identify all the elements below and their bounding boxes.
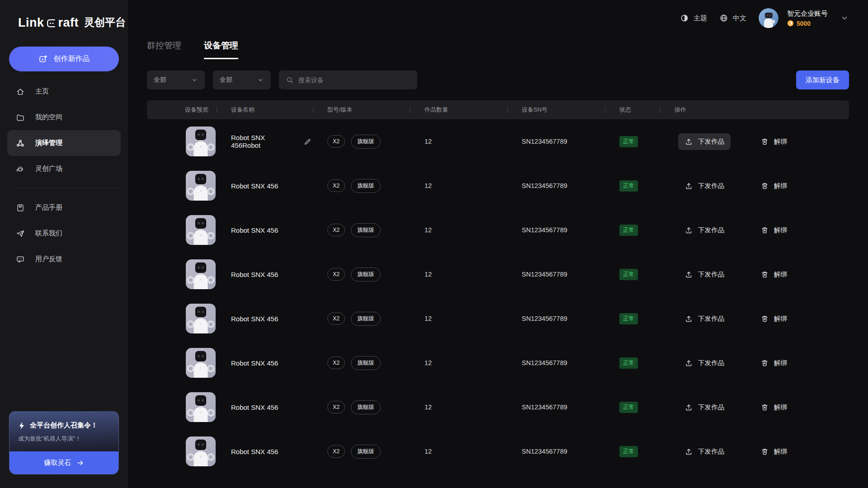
sidebar-divider (17, 188, 118, 188)
column-header: 状态 (605, 106, 660, 114)
works-count: 12 (425, 138, 432, 145)
planet-icon (16, 164, 25, 174)
earn-gems-button[interactable]: 赚取灵石 (9, 451, 118, 474)
works-count: 12 (425, 226, 432, 234)
device-sn: SN1234567789 (522, 271, 567, 278)
sidebar-item-performance-management[interactable]: 演绎管理 (7, 130, 121, 156)
account-chevron-icon[interactable] (840, 14, 849, 23)
works-count: 12 (425, 182, 432, 189)
create-new-work-label: 创作新作品 (54, 54, 90, 64)
account-info[interactable]: 智元企业账号 5000 (787, 9, 828, 27)
table-row: Robot SNX 456 X2 旗舰版 12 SN1234567789 正常 … (147, 164, 849, 208)
add-device-button[interactable]: 添加新设备 (796, 70, 849, 89)
sidebar-item-label: 主页 (35, 87, 49, 96)
trash-icon (760, 137, 769, 146)
tab-group-control-management[interactable]: 群控管理 (147, 40, 181, 59)
model-badge: X2 (327, 312, 345, 325)
device-sn: SN1234567789 (522, 359, 567, 366)
unbind-button[interactable]: 解绑 (754, 133, 793, 150)
status-badge: 正常 (619, 136, 638, 147)
unbind-button[interactable]: 解绑 (754, 355, 793, 371)
model-badge: X2 (327, 445, 345, 458)
deploy-work-label: 下发作品 (698, 270, 724, 279)
theme-icon (680, 14, 689, 23)
status-badge: 正常 (619, 402, 638, 413)
trash-icon (760, 359, 769, 367)
status-badge: 正常 (619, 225, 638, 236)
model-badge: X2 (327, 135, 345, 148)
version-badge: 旗舰版 (351, 135, 381, 149)
unbind-button[interactable]: 解绑 (754, 266, 793, 283)
version-badge: 旗舰版 (351, 312, 381, 326)
home-icon (16, 87, 25, 96)
device-sn: SN1234567789 (522, 226, 567, 234)
chevron-down-icon (191, 76, 198, 84)
sidebar-item-home[interactable]: 主页 (7, 79, 121, 104)
filters-row: 全部 全部 添加新设备 (147, 70, 849, 89)
tab-device-management[interactable]: 设备管理 (204, 40, 238, 59)
unbind-button[interactable]: 解绑 (754, 399, 793, 416)
account-name: 智元企业账号 (787, 9, 828, 18)
filter-select-model[interactable]: 全部 (147, 70, 205, 89)
upload-icon (684, 447, 693, 456)
filter-select-status-value: 全部 (220, 76, 232, 84)
unbind-button[interactable]: 解绑 (754, 310, 793, 327)
search-device-input[interactable] (298, 76, 410, 84)
version-badge: 旗舰版 (351, 356, 381, 370)
filter-select-status[interactable]: 全部 (213, 70, 271, 89)
sidebar-item-contact-us[interactable]: 联系我们 (7, 221, 121, 246)
table-row: Robot SNX 456 X2 旗舰版 12 SN1234567789 正常 … (147, 296, 849, 341)
unbind-label: 解绑 (774, 270, 787, 279)
device-thumbnail (186, 392, 216, 422)
deploy-work-button[interactable]: 下发作品 (678, 355, 731, 371)
model-badge: X2 (327, 401, 345, 413)
language-switcher[interactable]: 中文 (719, 14, 746, 23)
book-icon (16, 203, 25, 212)
sidebar-item-label: 灵创广场 (35, 164, 62, 173)
works-count: 12 (425, 404, 432, 411)
trash-icon (760, 314, 769, 323)
column-header: 设备SN号 (507, 106, 605, 114)
deploy-work-button[interactable]: 下发作品 (678, 133, 731, 150)
status-badge: 正常 (619, 269, 638, 280)
unbind-button[interactable]: 解绑 (754, 222, 793, 239)
status-badge: 正常 (619, 357, 638, 369)
sidebar-item-creative-plaza[interactable]: 灵创广场 (7, 156, 121, 182)
deploy-work-button[interactable]: 下发作品 (678, 222, 731, 239)
sidebar-item-product-manual[interactable]: 产品手册 (7, 195, 121, 221)
language-label: 中文 (733, 14, 746, 23)
topbar: 主题 中文 (147, 0, 849, 36)
theme-toggle[interactable]: 主题 (680, 14, 707, 23)
deploy-work-label: 下发作品 (698, 226, 724, 235)
unbind-button[interactable]: 解绑 (754, 443, 793, 460)
works-count: 12 (425, 315, 432, 322)
deploy-work-button[interactable]: 下发作品 (678, 178, 731, 194)
lightning-bolt-icon (18, 422, 25, 430)
deploy-work-button[interactable]: 下发作品 (678, 310, 731, 327)
sidebar-item-my-space[interactable]: 我的空间 (7, 104, 121, 130)
deploy-work-button[interactable]: 下发作品 (678, 443, 731, 460)
deploy-work-button[interactable]: 下发作品 (678, 399, 731, 416)
device-name: Robot SNX 456 (231, 404, 278, 411)
create-new-work-button[interactable]: 创作新作品 (9, 47, 119, 71)
logo-text-prefix: Link (18, 16, 44, 30)
device-thumbnail (186, 348, 216, 378)
column-header: 型号/版本 (313, 106, 410, 114)
version-badge: 旗舰版 (351, 445, 381, 459)
app-logo: Link raft 灵创平台 (0, 0, 128, 30)
sidebar-item-label: 产品手册 (35, 203, 62, 212)
avatar[interactable] (759, 8, 778, 28)
unbind-label: 解绑 (774, 359, 787, 367)
deploy-work-button[interactable]: 下发作品 (678, 266, 731, 283)
edit-name-icon[interactable] (302, 136, 313, 147)
sidebar: Link raft 灵创平台 创作新作品 主页 我的空间 (0, 0, 128, 488)
unbind-button[interactable]: 解绑 (754, 178, 793, 194)
device-sn: SN1234567789 (522, 404, 567, 411)
device-name: Robot SNX 456 (231, 226, 278, 234)
device-sn: SN1234567789 (522, 448, 567, 455)
sidebar-item-user-feedback[interactable]: 用户反馈 (7, 246, 121, 272)
table-row: Robot SNX 456Robot X2 旗舰版 12 SN123456778… (147, 119, 849, 164)
status-badge: 正常 (619, 313, 638, 324)
theme-label: 主题 (693, 14, 707, 23)
search-device-box (279, 70, 417, 89)
